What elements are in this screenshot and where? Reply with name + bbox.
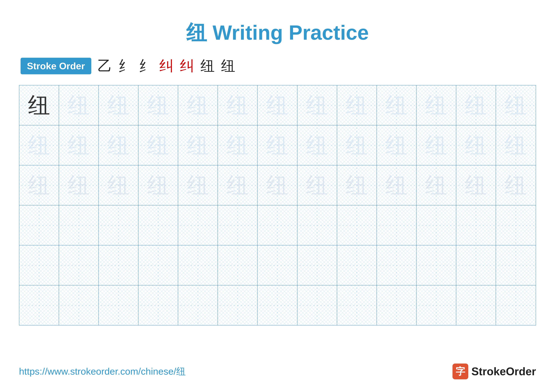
grid-cell: 纽 (496, 125, 536, 165)
grid-cell[interactable] (139, 285, 178, 325)
grid-cell: 纽 (496, 86, 536, 125)
grid-cell[interactable] (456, 205, 496, 245)
grid-cell[interactable] (59, 245, 99, 285)
grid-cell[interactable] (19, 285, 59, 325)
grid-cell: 纽 (416, 125, 456, 165)
grid-cell: 纽 (258, 165, 297, 205)
grid-row-3: 纽 纽 纽 纽 纽 纽 纽 纽 纽 纽 纽 纽 纽 (19, 165, 536, 205)
grid-cell: 纽 (178, 125, 218, 165)
grid-cell: 纽 (456, 165, 496, 205)
grid-cell[interactable] (297, 285, 337, 325)
stroke-6: 纽 (200, 56, 215, 76)
grid-cell: 纽 (377, 165, 416, 205)
grid-cell[interactable] (59, 285, 99, 325)
grid-cell: 纽 (297, 86, 337, 125)
grid-cell: 纽 (337, 86, 377, 125)
grid-cell: 纽 (258, 86, 297, 125)
stroke-order-section: Stroke Order 乙 纟 纟 纠 纠 纽 纽 (19, 56, 536, 76)
grid-cell[interactable] (99, 245, 139, 285)
stroke-2: 纟 (118, 56, 132, 76)
grid-row-5 (19, 245, 536, 285)
grid-cell: 纽 (99, 86, 139, 125)
grid-cell: 纽 (297, 165, 337, 205)
grid-cell[interactable] (178, 285, 218, 325)
grid-cell[interactable] (496, 245, 536, 285)
grid-cell: 纽 (139, 165, 178, 205)
grid-cell[interactable] (297, 205, 337, 245)
grid-cell[interactable] (258, 285, 297, 325)
stroke-chars: 乙 纟 纟 纠 纠 纽 纽 (98, 56, 235, 76)
grid-cell: 纽 (19, 165, 59, 205)
grid-cell[interactable] (139, 205, 178, 245)
practice-grid: 纽 纽 纽 纽 纽 纽 纽 纽 纽 纽 纽 纽 纽 纽 纽 纽 纽 纽 纽 纽 … (19, 85, 536, 325)
grid-row-2: 纽 纽 纽 纽 纽 纽 纽 纽 纽 纽 纽 纽 纽 (19, 125, 536, 165)
grid-cell[interactable] (377, 285, 416, 325)
grid-cell[interactable] (297, 245, 337, 285)
grid-cell[interactable] (456, 285, 496, 325)
stroke-1: 乙 (98, 56, 112, 76)
grid-cell: 纽 (297, 125, 337, 165)
grid-cell[interactable] (19, 205, 59, 245)
grid-cell[interactable] (496, 285, 536, 325)
grid-cell: 纽 (139, 125, 178, 165)
grid-cell: 纽 (139, 86, 178, 125)
grid-cell[interactable] (178, 245, 218, 285)
grid-cell[interactable] (218, 205, 258, 245)
grid-cell[interactable] (218, 245, 258, 285)
grid-cell[interactable] (416, 205, 456, 245)
grid-cell: 纽 (337, 165, 377, 205)
footer-logo: 字 StrokeOrder (453, 363, 536, 379)
grid-cell: 纽 (377, 125, 416, 165)
stroke-3: 纟 (139, 56, 153, 76)
grid-cell[interactable] (178, 205, 218, 245)
grid-cell[interactable] (139, 245, 178, 285)
grid-cell: 纽 (178, 86, 218, 125)
grid-cell[interactable] (19, 245, 59, 285)
grid-cell[interactable] (416, 285, 456, 325)
grid-cell[interactable] (99, 205, 139, 245)
grid-cell[interactable] (337, 285, 377, 325)
page-container: 纽 Writing Practice Stroke Order 乙 纟 纟 纠 … (0, 0, 555, 392)
grid-cell: 纽 (59, 125, 99, 165)
grid-cell[interactable] (377, 205, 416, 245)
title-character: 纽 (186, 21, 207, 44)
grid-cell: 纽 (19, 86, 59, 125)
grid-cell[interactable] (377, 245, 416, 285)
grid-cell[interactable] (337, 245, 377, 285)
grid-cell[interactable] (218, 285, 258, 325)
grid-row-1: 纽 纽 纽 纽 纽 纽 纽 纽 纽 纽 纽 纽 纽 (19, 86, 536, 125)
grid-cell: 纽 (496, 165, 536, 205)
grid-cell: 纽 (59, 165, 99, 205)
grid-cell: 纽 (258, 125, 297, 165)
grid-cell: 纽 (218, 125, 258, 165)
grid-cell[interactable] (59, 205, 99, 245)
footer: https://www.strokeorder.com/chinese/纽 字 … (19, 363, 536, 379)
grid-cell[interactable] (456, 245, 496, 285)
grid-cell: 纽 (178, 165, 218, 205)
stroke-5: 纠 (180, 56, 194, 76)
grid-cell: 纽 (99, 165, 139, 205)
stroke-order-badge: Stroke Order (21, 58, 91, 74)
grid-cell[interactable] (337, 205, 377, 245)
grid-cell: 纽 (456, 86, 496, 125)
logo-name: StrokeOrder (471, 365, 536, 378)
grid-cell[interactable] (258, 205, 297, 245)
title-section: 纽 Writing Practice (19, 19, 536, 47)
grid-cell[interactable] (258, 245, 297, 285)
grid-cell: 纽 (377, 86, 416, 125)
stroke-4: 纠 (159, 56, 174, 76)
grid-cell: 纽 (59, 86, 99, 125)
grid-cell[interactable] (99, 285, 139, 325)
grid-cell: 纽 (416, 165, 456, 205)
grid-cell: 纽 (99, 125, 139, 165)
grid-cell: 纽 (416, 86, 456, 125)
grid-cell: 纽 (337, 125, 377, 165)
grid-cell: 纽 (218, 86, 258, 125)
grid-cell: 纽 (218, 165, 258, 205)
footer-url[interactable]: https://www.strokeorder.com/chinese/纽 (19, 365, 186, 378)
grid-cell: 纽 (19, 125, 59, 165)
grid-cell: 纽 (456, 125, 496, 165)
grid-cell[interactable] (416, 245, 456, 285)
grid-cell[interactable] (496, 205, 536, 245)
page-title: 纽 Writing Practice (186, 21, 369, 44)
